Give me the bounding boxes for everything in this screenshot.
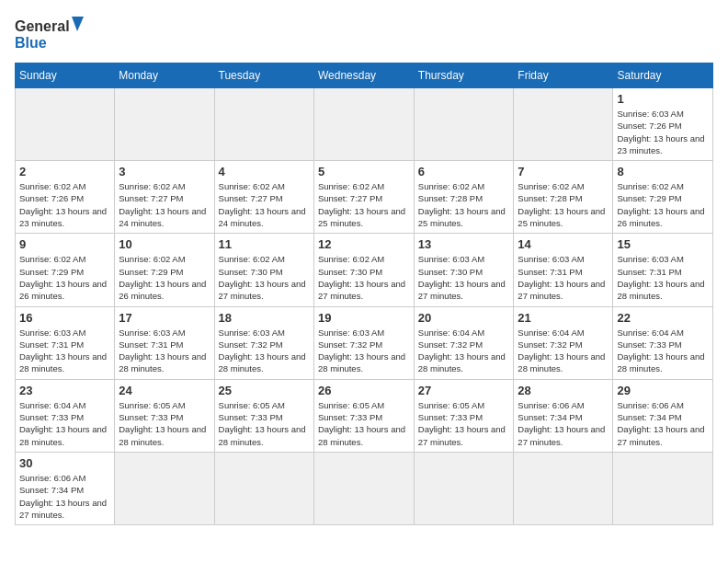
day-info: Sunrise: 6:02 AMSunset: 7:29 PMDaylight:… [19, 253, 110, 302]
calendar-day-cell: 23Sunrise: 6:04 AMSunset: 7:33 PMDayligh… [16, 379, 115, 452]
calendar-day-cell: 30Sunrise: 6:06 AMSunset: 7:34 PMDayligh… [16, 452, 115, 524]
day-number: 17 [119, 311, 210, 325]
calendar-day-cell [514, 88, 613, 161]
page-header: GeneralBlue [15, 15, 713, 52]
day-number: 12 [318, 237, 410, 251]
day-number: 30 [19, 456, 110, 470]
day-number: 5 [318, 165, 410, 178]
calendar-day-cell [214, 88, 313, 161]
weekday-header: Friday [514, 63, 613, 88]
day-number: 2 [19, 165, 110, 178]
calendar-day-cell: 3Sunrise: 6:02 AMSunset: 7:27 PMDaylight… [115, 161, 214, 234]
svg-marker-2 [72, 17, 84, 31]
calendar-day-cell: 10Sunrise: 6:02 AMSunset: 7:29 PMDayligh… [115, 234, 214, 306]
day-info: Sunrise: 6:05 AMSunset: 7:33 PMDaylight:… [119, 399, 210, 448]
calendar-week-row: 30Sunrise: 6:06 AMSunset: 7:34 PMDayligh… [16, 452, 713, 524]
calendar-day-cell [115, 88, 214, 161]
calendar-day-cell [115, 452, 214, 524]
svg-text:General: General [15, 18, 70, 34]
calendar-day-cell: 24Sunrise: 6:05 AMSunset: 7:33 PMDayligh… [115, 379, 214, 452]
day-number: 28 [518, 384, 609, 397]
weekday-header: Monday [115, 63, 214, 88]
calendar-day-cell: 8Sunrise: 6:02 AMSunset: 7:29 PMDaylight… [613, 161, 713, 234]
day-info: Sunrise: 6:02 AMSunset: 7:26 PMDaylight:… [19, 180, 110, 229]
day-number: 19 [318, 311, 410, 325]
day-number: 27 [418, 384, 510, 397]
calendar-day-cell [514, 452, 613, 524]
calendar-day-cell [313, 88, 414, 161]
calendar-week-row: 2Sunrise: 6:02 AMSunset: 7:26 PMDaylight… [16, 161, 713, 234]
day-number: 4 [219, 165, 310, 178]
calendar-day-cell: 7Sunrise: 6:02 AMSunset: 7:28 PMDaylight… [514, 161, 613, 234]
calendar-day-cell: 21Sunrise: 6:04 AMSunset: 7:32 PMDayligh… [514, 306, 613, 379]
calendar-day-cell [414, 88, 514, 161]
day-number: 10 [119, 237, 210, 251]
calendar-day-cell: 9Sunrise: 6:02 AMSunset: 7:29 PMDaylight… [16, 234, 115, 306]
calendar-day-cell: 4Sunrise: 6:02 AMSunset: 7:27 PMDaylight… [214, 161, 313, 234]
weekday-header: Tuesday [214, 63, 313, 88]
day-info: Sunrise: 6:06 AMSunset: 7:34 PMDaylight:… [19, 472, 110, 521]
calendar-day-cell: 19Sunrise: 6:03 AMSunset: 7:32 PMDayligh… [313, 306, 414, 379]
svg-text:Blue: Blue [15, 35, 47, 51]
calendar-day-cell: 26Sunrise: 6:05 AMSunset: 7:33 PMDayligh… [313, 379, 414, 452]
day-number: 3 [119, 165, 210, 178]
day-info: Sunrise: 6:02 AMSunset: 7:30 PMDaylight:… [318, 253, 410, 302]
day-info: Sunrise: 6:02 AMSunset: 7:27 PMDaylight:… [219, 180, 310, 229]
calendar-day-cell: 17Sunrise: 6:03 AMSunset: 7:31 PMDayligh… [115, 306, 214, 379]
calendar-table: SundayMondayTuesdayWednesdayThursdayFrid… [15, 63, 713, 525]
day-number: 26 [318, 384, 410, 397]
day-info: Sunrise: 6:05 AMSunset: 7:33 PMDaylight:… [318, 399, 410, 448]
day-info: Sunrise: 6:03 AMSunset: 7:26 PMDaylight:… [617, 108, 709, 156]
day-info: Sunrise: 6:05 AMSunset: 7:33 PMDaylight:… [219, 399, 310, 448]
day-number: 24 [119, 384, 210, 397]
calendar-day-cell: 2Sunrise: 6:02 AMSunset: 7:26 PMDaylight… [16, 161, 115, 234]
weekday-header: Saturday [613, 63, 713, 88]
day-info: Sunrise: 6:03 AMSunset: 7:31 PMDaylight:… [518, 253, 609, 302]
calendar-day-cell: 29Sunrise: 6:06 AMSunset: 7:34 PMDayligh… [613, 379, 713, 452]
day-info: Sunrise: 6:02 AMSunset: 7:27 PMDaylight:… [119, 180, 210, 229]
day-number: 18 [219, 311, 310, 325]
calendar-day-cell: 1Sunrise: 6:03 AMSunset: 7:26 PMDaylight… [613, 88, 713, 161]
day-number: 16 [19, 311, 110, 325]
logo-icon: GeneralBlue [15, 15, 88, 52]
calendar-day-cell: 6Sunrise: 6:02 AMSunset: 7:28 PMDaylight… [414, 161, 514, 234]
calendar-day-cell: 20Sunrise: 6:04 AMSunset: 7:32 PMDayligh… [414, 306, 514, 379]
day-info: Sunrise: 6:02 AMSunset: 7:27 PMDaylight:… [318, 180, 410, 229]
day-info: Sunrise: 6:06 AMSunset: 7:34 PMDaylight:… [518, 399, 609, 448]
day-number: 1 [617, 92, 709, 106]
day-number: 20 [418, 311, 510, 325]
day-info: Sunrise: 6:03 AMSunset: 7:31 PMDaylight:… [617, 253, 709, 302]
calendar-day-cell: 28Sunrise: 6:06 AMSunset: 7:34 PMDayligh… [514, 379, 613, 452]
calendar-day-cell: 25Sunrise: 6:05 AMSunset: 7:33 PMDayligh… [214, 379, 313, 452]
day-info: Sunrise: 6:04 AMSunset: 7:33 PMDaylight:… [617, 327, 709, 375]
weekday-header: Wednesday [313, 63, 414, 88]
weekday-header: Thursday [414, 63, 514, 88]
day-number: 15 [617, 237, 709, 251]
day-info: Sunrise: 6:03 AMSunset: 7:31 PMDaylight:… [119, 327, 210, 375]
day-number: 8 [617, 165, 709, 178]
calendar-week-row: 16Sunrise: 6:03 AMSunset: 7:31 PMDayligh… [16, 306, 713, 379]
calendar-day-cell: 22Sunrise: 6:04 AMSunset: 7:33 PMDayligh… [613, 306, 713, 379]
calendar-day-cell: 15Sunrise: 6:03 AMSunset: 7:31 PMDayligh… [613, 234, 713, 306]
calendar-day-cell: 16Sunrise: 6:03 AMSunset: 7:31 PMDayligh… [16, 306, 115, 379]
calendar-week-row: 9Sunrise: 6:02 AMSunset: 7:29 PMDaylight… [16, 234, 713, 306]
day-number: 29 [617, 384, 709, 397]
calendar-day-cell [613, 452, 713, 524]
day-info: Sunrise: 6:02 AMSunset: 7:29 PMDaylight:… [617, 180, 709, 229]
day-info: Sunrise: 6:02 AMSunset: 7:28 PMDaylight:… [518, 180, 609, 229]
calendar-day-cell [214, 452, 313, 524]
day-number: 9 [19, 237, 110, 251]
day-number: 22 [617, 311, 709, 325]
logo: GeneralBlue [15, 15, 88, 52]
day-number: 11 [219, 237, 310, 251]
calendar-day-cell: 13Sunrise: 6:03 AMSunset: 7:30 PMDayligh… [414, 234, 514, 306]
day-info: Sunrise: 6:02 AMSunset: 7:28 PMDaylight:… [418, 180, 510, 229]
day-number: 23 [19, 384, 110, 397]
day-info: Sunrise: 6:03 AMSunset: 7:32 PMDaylight:… [219, 327, 310, 375]
day-info: Sunrise: 6:02 AMSunset: 7:29 PMDaylight:… [119, 253, 210, 302]
calendar-day-cell: 12Sunrise: 6:02 AMSunset: 7:30 PMDayligh… [313, 234, 414, 306]
calendar-day-cell: 14Sunrise: 6:03 AMSunset: 7:31 PMDayligh… [514, 234, 613, 306]
day-number: 6 [418, 165, 510, 178]
calendar-day-cell: 27Sunrise: 6:05 AMSunset: 7:33 PMDayligh… [414, 379, 514, 452]
day-info: Sunrise: 6:04 AMSunset: 7:33 PMDaylight:… [19, 399, 110, 448]
